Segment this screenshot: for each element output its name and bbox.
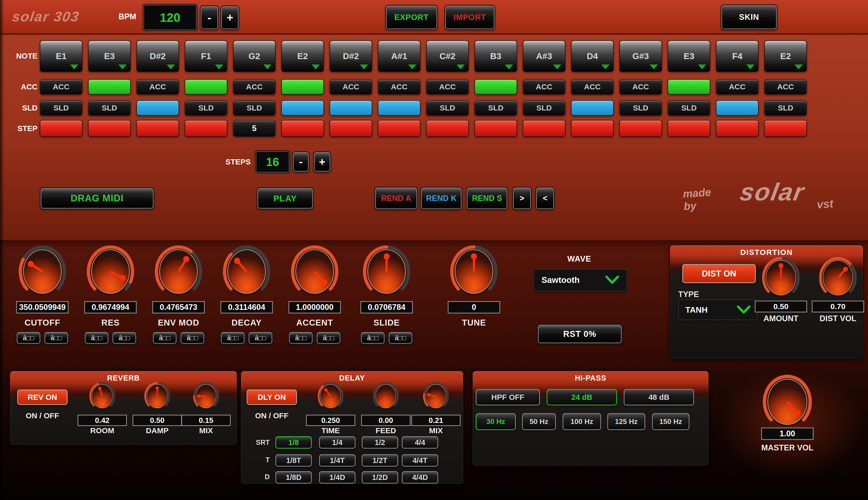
sld-cell[interactable] [136,100,179,116]
rend-a-button[interactable]: REND A [375,188,417,209]
delay-sync-1-4d-button[interactable]: 1/4D [319,471,356,484]
delay-time-knob[interactable] [317,381,344,411]
hipass-100-hz-button[interactable]: 100 Hz [563,413,601,430]
rend-k-button[interactable]: REND K [421,188,462,209]
acc-cell[interactable] [185,79,227,94]
acc-cell[interactable]: ACC [620,79,662,94]
decay-value[interactable]: 0.3114604 [220,301,273,314]
decay-knob[interactable] [222,244,271,299]
steps-decrease-button[interactable]: - [293,152,309,172]
delay-mix-value[interactable]: 0.21 [411,415,461,426]
res-spin-right-button[interactable]: â□□ [113,332,136,344]
delay-sync-4-4-button[interactable]: 4/4 [402,436,438,448]
step-cell[interactable] [620,120,662,137]
hipass-150-hz-button[interactable]: 150 Hz [652,413,690,430]
delay-time-value[interactable]: 0.250 [306,415,355,426]
wave-select[interactable]: Sawtooth [533,269,627,291]
delay-sync-1-8d-button[interactable]: 1/8D [275,471,312,484]
dist-on-button[interactable]: DIST ON [682,264,756,283]
res-value[interactable]: 0.9674994 [84,301,137,314]
note-button[interactable]: A#1 [378,40,420,72]
acc-cell[interactable] [281,79,324,94]
acc-cell[interactable] [668,79,710,94]
note-button[interactable]: E1 [40,40,82,72]
hipass-24-db-button[interactable]: 24 dB [547,389,617,406]
hipass-50-hz-button[interactable]: 50 Hz [522,413,556,430]
hipass-125-hz-button[interactable]: 125 Hz [607,413,645,430]
note-button[interactable]: G2 [233,40,276,72]
drag-midi-button[interactable]: DRAG MIDI [40,188,154,209]
next-pattern-button[interactable]: > [513,188,531,209]
reverb-damp-value[interactable]: 0.50 [132,415,182,426]
accent-spin-right-button[interactable]: â□□ [317,332,340,344]
acc-cell[interactable] [474,79,517,94]
hipass-48-db-button[interactable]: 48 dB [624,389,694,406]
note-button[interactable]: E2 [281,40,324,72]
step-cell[interactable] [88,120,131,137]
step-cell[interactable] [281,120,324,137]
decay-spin-right-button[interactable]: â□□ [248,332,272,344]
step-cell[interactable] [378,120,420,137]
step-cell[interactable] [426,120,469,137]
env-mod-knob[interactable] [154,244,203,299]
note-button[interactable]: A#3 [523,40,565,72]
sld-cell[interactable]: SLD [185,100,227,116]
env-mod-spin-left-button[interactable]: â□□ [153,332,176,344]
prev-pattern-button[interactable]: < [536,188,554,209]
cutoff-value[interactable]: 350.0509949 [16,301,69,314]
delay-sync-1-8t-button[interactable]: 1/8T [275,454,312,467]
delay-sync-1-2-button[interactable]: 1/2 [362,436,398,448]
accent-spin-left-button[interactable]: â□□ [289,332,313,344]
delay-sync-4-4t-button[interactable]: 4/4T [402,454,438,467]
step-cell[interactable] [185,120,227,137]
reverb-room-knob[interactable] [89,381,116,411]
delay-mix-knob[interactable] [423,381,449,411]
acc-cell[interactable]: ACC [136,79,179,94]
sld-cell[interactable] [571,100,614,116]
slide-spin-left-button[interactable]: â□□ [361,332,384,344]
hipass-hpf-off-button[interactable]: HPF OFF [476,389,540,406]
play-button[interactable]: PLAY [257,188,313,209]
delay-sync-1-8-button[interactable]: 1/8 [275,436,312,448]
step-cell[interactable] [40,120,82,137]
sld-cell[interactable] [329,100,372,116]
slide-value[interactable]: 0.0706784 [360,301,413,314]
acc-cell[interactable]: ACC [378,79,420,94]
note-button[interactable]: G#3 [620,40,662,72]
delay-sync-4-4d-button[interactable]: 4/4D [402,471,438,484]
delay-sync-1-2t-button[interactable]: 1/2T [362,454,398,467]
reverb-mix-knob[interactable] [193,381,219,411]
acc-cell[interactable]: ACC [426,79,469,94]
delay-sync-1-4-button[interactable]: 1/4 [319,436,356,448]
step-cell[interactable] [523,120,565,137]
step-cell[interactable] [571,120,614,137]
reset-button[interactable]: RST 0% [538,325,622,343]
reverb-damp-knob[interactable] [144,381,171,411]
res-spin-left-button[interactable]: â□□ [85,332,108,344]
type-select[interactable]: TANH [678,299,758,320]
acc-cell[interactable]: ACC [764,79,807,94]
decay-spin-left-button[interactable]: â□□ [221,332,245,344]
note-button[interactable]: D#2 [329,40,372,72]
master-vol-knob[interactable] [762,373,813,431]
step-cell[interactable]: 5 [233,120,276,137]
sld-cell[interactable]: SLD [88,100,131,116]
steps-increase-button[interactable]: + [314,152,331,172]
dly-on-button[interactable]: DLY ON [247,389,297,405]
acc-cell[interactable]: ACC [40,79,82,94]
acc-cell[interactable]: ACC [329,79,372,94]
note-button[interactable]: C#2 [426,40,469,72]
sld-cell[interactable]: SLD [620,100,662,116]
note-button[interactable]: E3 [668,40,710,72]
acc-cell[interactable]: ACC [571,79,614,94]
master-vol-value[interactable]: 1.00 [761,428,813,440]
sld-cell[interactable] [378,100,420,116]
note-button[interactable]: F1 [185,40,227,72]
accent-knob[interactable] [290,244,339,299]
slide-spin-right-button[interactable]: â□□ [389,332,412,344]
rev-on-button[interactable]: REV ON [17,389,68,405]
amount-value[interactable]: 0.50 [755,300,807,312]
cutoff-spin-right-button[interactable]: â□□ [44,332,68,344]
bpm-increase-button[interactable]: + [221,6,239,29]
tune-knob[interactable] [449,244,499,299]
